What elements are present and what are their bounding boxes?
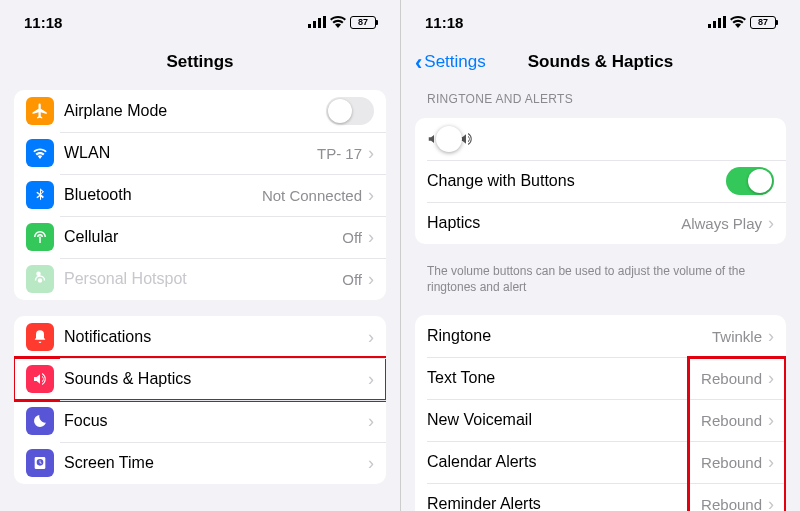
svg-rect-1 [313, 21, 316, 28]
chevron-right-icon: › [368, 269, 374, 290]
row-value: Off [342, 229, 362, 246]
settings-group-connectivity: Airplane Mode WLAN TP- 17 › Bluetooth No… [14, 90, 386, 300]
row-airplane-mode[interactable]: Airplane Mode [14, 90, 386, 132]
status-bar: 11:18 87 [0, 0, 400, 44]
cellular-signal-icon [708, 16, 726, 28]
row-label: Reminder Alerts [427, 495, 701, 511]
svg-rect-0 [308, 24, 311, 28]
row-label: Airplane Mode [64, 102, 326, 120]
back-label: Settings [424, 52, 485, 72]
row-label: Ringtone [427, 327, 712, 345]
wifi-icon [730, 16, 746, 28]
status-time: 11:18 [425, 14, 463, 31]
row-value: TP- 17 [317, 145, 362, 162]
svg-rect-2 [318, 18, 321, 28]
row-value: Rebound [701, 412, 762, 429]
row-label: Focus [64, 412, 368, 430]
airplane-icon [26, 97, 54, 125]
settings-group-general: Notifications › Sounds & Haptics › Focus… [14, 316, 386, 484]
notifications-icon [26, 323, 54, 351]
row-value: Rebound [701, 370, 762, 387]
page-title: ‹ Settings Sounds & Haptics [401, 44, 800, 84]
row-change-with-buttons[interactable]: Change with Buttons [415, 160, 786, 202]
svg-rect-5 [713, 21, 716, 28]
row-screen-time[interactable]: Screen Time › [14, 442, 386, 484]
row-label: Notifications [64, 328, 368, 346]
chevron-right-icon: › [768, 494, 774, 511]
chevron-right-icon: › [768, 452, 774, 473]
row-label: WLAN [64, 144, 317, 162]
status-icons: 87 [708, 16, 776, 29]
row-reminder-alerts[interactable]: Reminder Alerts Rebound › [415, 483, 786, 511]
row-haptics[interactable]: Haptics Always Play › [415, 202, 786, 244]
row-sounds-haptics[interactable]: Sounds & Haptics › [14, 358, 386, 400]
cellular-signal-icon [308, 16, 326, 28]
row-label: Change with Buttons [427, 172, 726, 190]
battery-level: 87 [350, 16, 376, 29]
chevron-left-icon: ‹ [415, 54, 422, 71]
svg-rect-6 [718, 18, 721, 28]
row-calendar-alerts[interactable]: Calendar Alerts Rebound › [415, 441, 786, 483]
row-label: Haptics [427, 214, 681, 232]
bluetooth-icon [26, 181, 54, 209]
chevron-right-icon: › [768, 368, 774, 389]
sounds-haptics-screen: 11:18 87 ‹ Settings Sounds & Haptics RIN… [400, 0, 800, 511]
status-time: 11:18 [24, 14, 62, 31]
sounds-icon [26, 365, 54, 393]
row-value: Off [342, 271, 362, 288]
battery-level: 87 [750, 16, 776, 29]
row-value: Not Connected [262, 187, 362, 204]
chevron-right-icon: › [368, 227, 374, 248]
row-cellular[interactable]: Cellular Off › [14, 216, 386, 258]
row-label: Cellular [64, 228, 342, 246]
row-value: Twinkle [712, 328, 762, 345]
settings-screen: 11:18 87 Settings Airplane Mode [0, 0, 400, 511]
hotspot-icon [26, 265, 54, 293]
row-label: Sounds & Haptics [64, 370, 368, 388]
svg-rect-4 [708, 24, 711, 28]
volume-thumb[interactable] [436, 126, 462, 152]
section-header: RINGTONE AND ALERTS [401, 84, 800, 112]
chevron-right-icon: › [368, 453, 374, 474]
chevron-right-icon: › [768, 213, 774, 234]
airplane-toggle[interactable] [326, 97, 374, 125]
change-buttons-toggle[interactable] [726, 167, 774, 195]
battery-icon: 87 [350, 16, 376, 29]
chevron-right-icon: › [368, 143, 374, 164]
row-value: Always Play [681, 215, 762, 232]
row-ringtone[interactable]: Ringtone Twinkle › [415, 315, 786, 357]
page-title: Settings [0, 44, 400, 84]
row-label: Screen Time [64, 454, 368, 472]
chevron-right-icon: › [368, 369, 374, 390]
row-label: Personal Hotspot [64, 270, 342, 288]
chevron-right-icon: › [368, 411, 374, 432]
chevron-right-icon: › [768, 410, 774, 431]
row-label: Calendar Alerts [427, 453, 701, 471]
row-value: Rebound [701, 496, 762, 511]
focus-icon [26, 407, 54, 435]
row-text-tone[interactable]: Text Tone Rebound › [415, 357, 786, 399]
row-new-voicemail[interactable]: New Voicemail Rebound › [415, 399, 786, 441]
row-notifications[interactable]: Notifications › [14, 316, 386, 358]
row-focus[interactable]: Focus › [14, 400, 386, 442]
row-wlan[interactable]: WLAN TP- 17 › [14, 132, 386, 174]
row-value: Rebound [701, 454, 762, 471]
wifi-icon [330, 16, 346, 28]
wifi-settings-icon [26, 139, 54, 167]
ringtone-alerts-group: Change with Buttons Haptics Always Play … [415, 118, 786, 244]
chevron-right-icon: › [368, 185, 374, 206]
row-label: Text Tone [427, 369, 701, 387]
battery-icon: 87 [750, 16, 776, 29]
row-label: New Voicemail [427, 411, 701, 429]
chevron-right-icon: › [768, 326, 774, 347]
row-label: Bluetooth [64, 186, 262, 204]
back-button[interactable]: ‹ Settings [415, 52, 486, 72]
sounds-list-group: Ringtone Twinkle › Text Tone Rebound › N… [415, 315, 786, 511]
row-bluetooth[interactable]: Bluetooth Not Connected › [14, 174, 386, 216]
chevron-right-icon: › [368, 327, 374, 348]
screen-time-icon [26, 449, 54, 477]
volume-slider-row[interactable] [415, 118, 786, 160]
status-icons: 87 [308, 16, 376, 29]
row-hotspot: Personal Hotspot Off › [14, 258, 386, 300]
svg-rect-3 [323, 16, 326, 28]
